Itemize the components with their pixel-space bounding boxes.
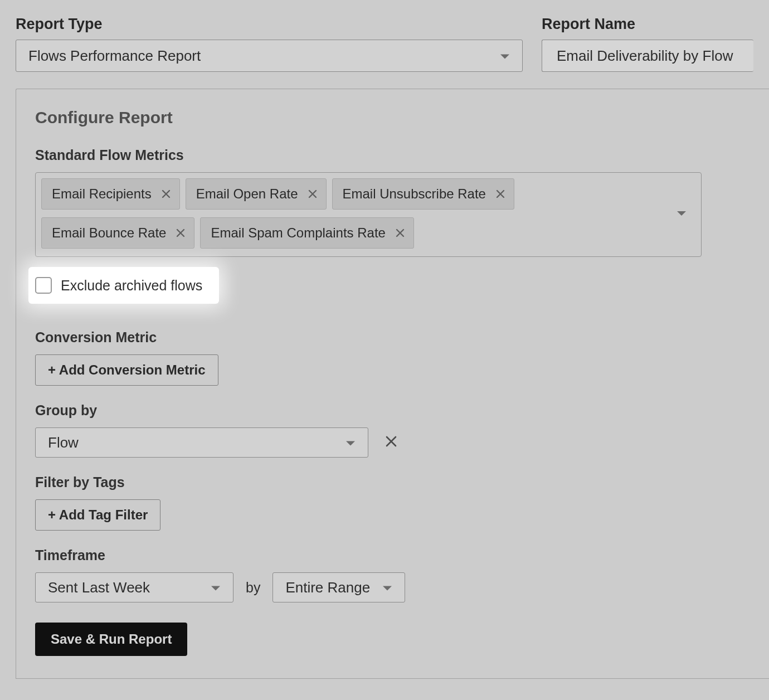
- close-icon[interactable]: [496, 189, 505, 198]
- standard-metrics-select[interactable]: Email Recipients Email Open Rate Email U…: [35, 172, 702, 257]
- report-type-label: Report Type: [16, 16, 523, 33]
- add-conversion-metric-label: + Add Conversion Metric: [48, 362, 206, 378]
- report-type-select[interactable]: Flows Performance Report: [16, 40, 523, 72]
- report-name-label: Report Name: [542, 16, 753, 33]
- metric-chip-label: Email Bounce Rate: [52, 225, 166, 241]
- metric-chip-label: Email Spam Complaints Rate: [211, 225, 385, 241]
- add-conversion-metric-button[interactable]: + Add Conversion Metric: [35, 354, 218, 386]
- exclude-archived-highlight: Exclude archived flows: [28, 267, 219, 304]
- chevron-down-icon: [345, 434, 356, 451]
- close-icon[interactable]: [176, 229, 185, 237]
- timeframe-range-value: Entire Range: [285, 579, 370, 596]
- metric-chip[interactable]: Email Recipients: [41, 178, 180, 210]
- metric-chip[interactable]: Email Spam Complaints Rate: [200, 217, 413, 249]
- save-run-report-label: Save & Run Report: [51, 631, 172, 647]
- save-run-report-button[interactable]: Save & Run Report: [35, 623, 187, 656]
- close-icon[interactable]: [308, 189, 317, 198]
- close-icon[interactable]: [162, 189, 171, 198]
- metric-chip[interactable]: Email Open Rate: [186, 178, 327, 210]
- configure-report-panel: Configure Report Standard Flow Metrics E…: [16, 89, 769, 679]
- exclude-archived-row[interactable]: Exclude archived flows: [35, 277, 202, 294]
- timeframe-by-text: by: [244, 580, 262, 596]
- timeframe-value: Sent Last Week: [48, 579, 150, 596]
- metric-chip-label: Email Unsubscribe Rate: [343, 186, 486, 202]
- metric-chip-label: Email Open Rate: [196, 186, 298, 202]
- chevron-down-icon: [500, 47, 510, 65]
- conversion-metric-label: Conversion Metric: [35, 329, 750, 346]
- metric-chip-label: Email Recipients: [52, 186, 152, 202]
- group-by-value: Flow: [48, 434, 79, 451]
- add-tag-filter-label: + Add Tag Filter: [48, 507, 148, 523]
- close-icon[interactable]: [396, 229, 405, 237]
- timeframe-select[interactable]: Sent Last Week: [35, 572, 233, 602]
- configure-report-title: Configure Report: [35, 108, 750, 127]
- report-name-value: Email Deliverability by Flow: [557, 47, 733, 65]
- group-by-label: Group by: [35, 402, 750, 419]
- report-type-value: Flows Performance Report: [28, 47, 201, 65]
- filter-tags-label: Filter by Tags: [35, 474, 750, 490]
- chevron-down-icon: [676, 210, 687, 220]
- chevron-down-icon: [211, 579, 221, 596]
- exclude-archived-label: Exclude archived flows: [61, 278, 202, 294]
- add-tag-filter-button[interactable]: + Add Tag Filter: [35, 499, 160, 531]
- top-row: Report Type Flows Performance Report Rep…: [16, 16, 753, 72]
- exclude-archived-checkbox[interactable]: [35, 277, 52, 294]
- group-by-select[interactable]: Flow: [35, 427, 368, 458]
- standard-metrics-label: Standard Flow Metrics: [35, 147, 750, 163]
- timeframe-range-select[interactable]: Entire Range: [272, 572, 405, 602]
- metric-chip[interactable]: Email Unsubscribe Rate: [332, 178, 514, 210]
- chevron-down-icon: [382, 579, 392, 596]
- report-name-input[interactable]: Email Deliverability by Flow: [542, 40, 753, 72]
- remove-group-by-button[interactable]: [385, 435, 397, 450]
- timeframe-label: Timeframe: [35, 547, 750, 563]
- metric-chip[interactable]: Email Bounce Rate: [41, 217, 194, 249]
